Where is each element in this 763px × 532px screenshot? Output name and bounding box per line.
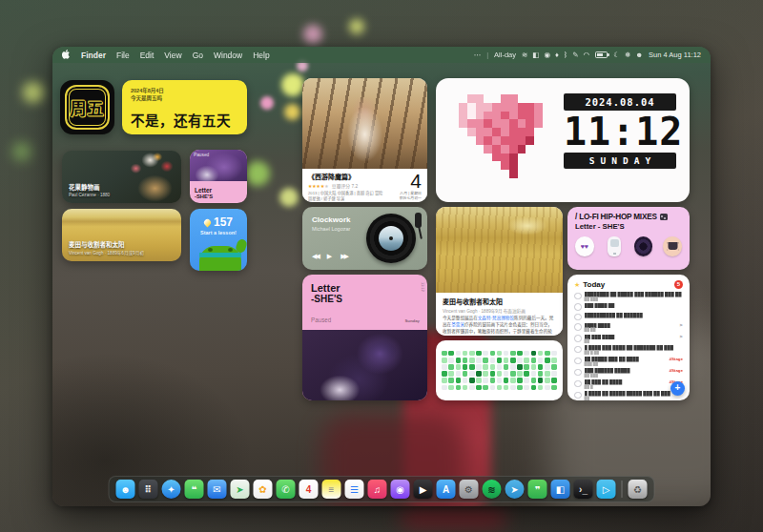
stars-filled: ★★★★ xyxy=(308,184,324,189)
dock-icon-app-store[interactable]: A xyxy=(437,480,456,499)
dock-icon-bilibili[interactable]: ▷ xyxy=(597,480,616,499)
dock-icon-calendar[interactable]: 4 xyxy=(299,480,319,499)
dock-icon-spotify[interactable]: ≋ xyxy=(483,480,502,499)
now-playing-widget[interactable]: Letter -SHE'S Paused Sunday 11:12 xyxy=(302,275,427,400)
now-playing-title: Letter xyxy=(311,282,419,294)
heart-pixel xyxy=(543,161,551,170)
article-text: 今天是整组展品在 xyxy=(443,316,478,320)
reminder-item[interactable]: ██████████ ██ ██████ xyxy=(574,313,683,320)
menu-bar: Finder FileEditViewGoWindowHelp ⋯ | All-… xyxy=(52,47,711,63)
dock-icon-facetime[interactable]: ✆ xyxy=(277,480,296,499)
menu-app-name[interactable]: Finder xyxy=(81,51,106,60)
art-article-widget[interactable]: 麦田与收割者和太阳 Vincent van Gogh · 1889年9月 布面油… xyxy=(436,207,563,336)
contribution-graph-widget[interactable] xyxy=(436,340,563,400)
battery-icon[interactable] xyxy=(595,51,608,58)
menu-window[interactable]: Window xyxy=(214,51,242,60)
article-link[interactable]: 文森特·梵高博物馆 xyxy=(478,316,514,320)
next-track-icon[interactable]: ▶▶ xyxy=(340,253,347,260)
music-player-icon[interactable] xyxy=(608,236,621,256)
flow-icon[interactable]: ≋ xyxy=(522,51,527,59)
add-reminder-button[interactable]: + xyxy=(670,381,685,396)
reminder-checkbox[interactable] xyxy=(574,293,582,300)
reminder-checkbox[interactable] xyxy=(574,380,582,388)
dock-icon-trash[interactable]: ♻ xyxy=(629,480,648,499)
lofi-playlist-widget[interactable]: / LO-FI HIP-HOP MIXES Letter - SHE'S ♥♥ xyxy=(567,207,690,270)
music-mini-widget[interactable]: Paused Letter -SHE'S xyxy=(190,150,247,203)
game-controller-icon[interactable]: ♦ xyxy=(555,51,559,59)
allday-event-label[interactable]: All-day xyxy=(494,51,516,59)
snowflake-icon[interactable]: ❅ xyxy=(625,51,630,59)
reminder-item[interactable]: █ ████ ███ ████ ██ ███████ ██ █████ █ ██ xyxy=(574,345,683,355)
more-status-icon[interactable]: ⋯ xyxy=(474,51,482,59)
dock-icon-reminders[interactable]: ☰ xyxy=(345,480,364,499)
vinyl-icon[interactable] xyxy=(634,236,653,256)
art-widget-vangogh[interactable]: 麦田与收割者和太阳 Vincent van Gogh · 1889年6月或9月初 xyxy=(62,209,181,261)
previous-track-icon[interactable]: ◀◀ xyxy=(312,253,319,260)
pencil-icon[interactable]: ✎ xyxy=(572,51,578,59)
reminder-checkbox[interactable] xyxy=(574,303,582,311)
record-icon[interactable]: ◉ xyxy=(544,51,550,59)
contribution-cell xyxy=(538,358,544,363)
reminder-checkbox[interactable] xyxy=(574,335,582,342)
wifi-icon[interactable]: ◠ xyxy=(584,51,590,59)
menu-help[interactable]: Help xyxy=(253,51,269,60)
reminder-item[interactable]: ██ █████ ███ ██ ███████ ██#Stage xyxy=(574,357,683,366)
heart-pixel xyxy=(543,136,551,145)
music-player-widget[interactable]: Clockwork Michael Logozar ◀◀ ▶ ▶▶ xyxy=(302,207,427,270)
contribution-cell xyxy=(469,364,475,370)
bluetooth-icon[interactable]: ᛒ xyxy=(564,51,568,59)
dock-icon-safari[interactable]: ✦ xyxy=(162,480,181,499)
reminder-checkbox[interactable] xyxy=(574,392,582,399)
streak-widget[interactable]: 157 Start a lesson! xyxy=(190,209,247,271)
pixel-clock-widget[interactable]: 2024.08.04 11:12 SUNDAY xyxy=(436,78,690,202)
dock-icon-podcasts[interactable]: ◉ xyxy=(391,480,410,499)
reminder-item[interactable]: ████ ██████ ██⚑ xyxy=(574,323,683,333)
dock-icon-tv[interactable]: ▶ xyxy=(414,480,433,499)
menu-clock[interactable]: Sun 4 Aug 11:12 xyxy=(649,51,701,59)
focus-moon-icon[interactable]: ☾ xyxy=(613,51,620,59)
article-link[interactable]: 圣雷米 xyxy=(451,322,464,327)
menu-go[interactable]: Go xyxy=(193,51,203,60)
dock-icon-system-settings[interactable]: ⚙ xyxy=(460,480,479,499)
menu-view[interactable]: View xyxy=(164,51,181,60)
menu-file[interactable]: File xyxy=(116,51,130,60)
dock-icon-notes[interactable]: ≡ xyxy=(322,480,341,499)
reminder-item[interactable]: █ ████ ██ █████ █████ ███ ██ █████ xyxy=(574,391,683,400)
display-mirroring-icon[interactable]: ◧ xyxy=(532,51,539,59)
reminder-checkbox[interactable] xyxy=(574,358,582,365)
reminder-item[interactable]: ███ ██████ ███████ ███#Stage xyxy=(574,368,683,378)
dock-icon-music[interactable]: ♫ xyxy=(368,480,387,499)
reminder-item[interactable]: ██ ███ ██████⚑ xyxy=(574,335,683,344)
dock-icon-messages[interactable]: ❝ xyxy=(185,480,204,499)
reminder-item[interactable]: ███ ████ ██ xyxy=(574,303,683,311)
dock-icon-photos[interactable]: ✿ xyxy=(254,480,273,499)
movie-widget[interactable]: ❛❛ 一万年太久了，就要爱就现在。 《西游降魔篇》 ★★★★★ 豆瓣评分 7.2… xyxy=(302,78,427,202)
reminder-item[interactable]: ████████ ██ █████ ███ ██████ ███ ████ ██… xyxy=(574,292,683,301)
friday-icon-widget[interactable]: 周五 xyxy=(60,80,114,134)
cassette-icon[interactable] xyxy=(663,236,682,256)
reminder-checkbox[interactable] xyxy=(574,369,582,377)
scribble-heart-icon[interactable]: ♥♥ xyxy=(575,236,594,256)
dock-icon-terminal[interactable]: ›_ xyxy=(574,480,593,499)
reminder-checkbox[interactable] xyxy=(574,346,582,354)
user-icon[interactable]: ☻ xyxy=(635,51,643,59)
reminder-checkbox[interactable] xyxy=(574,314,582,321)
reminders-widget[interactable]: ★ Today 5 ████████ ██ █████ ███ ██████ █… xyxy=(567,275,690,400)
dock-icon-launchpad[interactable]: ⠿ xyxy=(139,480,158,499)
friday-countdown-widget[interactable]: 2024年8月4日 今天是周五吗 不是，还有五天 xyxy=(122,80,247,134)
dock-icon-finder[interactable]: ☻ xyxy=(116,480,135,499)
reminder-checkbox[interactable] xyxy=(574,323,582,331)
apple-menu[interactable] xyxy=(62,50,71,61)
dock-icon-mail[interactable]: ✉ xyxy=(208,480,227,499)
reminder-item[interactable]: ██ ███ ██ ██████ █#Stage xyxy=(574,379,683,389)
contribution-cell xyxy=(531,378,537,383)
dock-icon-wechat[interactable]: ❞ xyxy=(528,480,547,499)
art-widget-cezanne[interactable]: 花果静物画 Paul Cézanne · 1880 xyxy=(62,151,181,203)
dock-icon-maps[interactable]: ➤ xyxy=(231,480,250,499)
play-icon[interactable]: ▶ xyxy=(327,253,332,260)
desktop[interactable]: Finder FileEditViewGoWindowHelp ⋯ | All-… xyxy=(52,47,711,506)
dock-icon-telegram[interactable]: ➤ xyxy=(505,480,525,499)
dock-icon-vscode[interactable]: ◧ xyxy=(551,480,570,499)
menu-edit[interactable]: Edit xyxy=(140,51,155,60)
heart-pixel xyxy=(543,94,551,103)
